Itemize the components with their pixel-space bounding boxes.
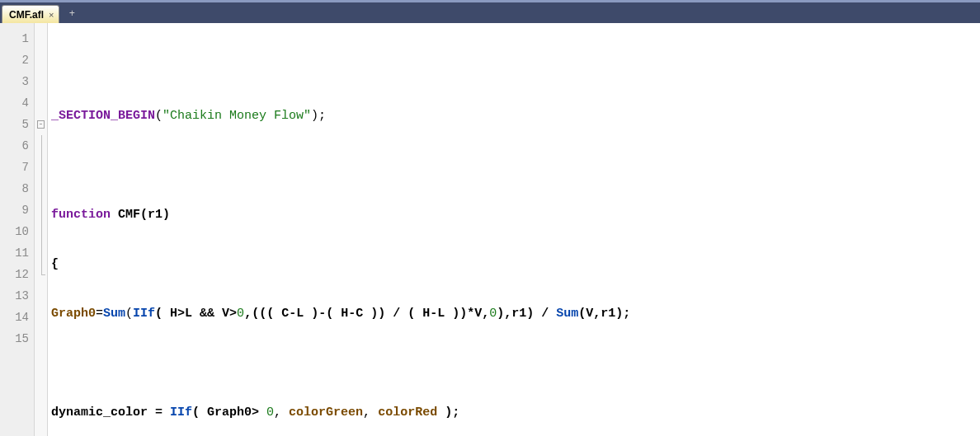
tab-bar: CMF.afl × + (0, 0, 980, 23)
line-number: 8 (0, 178, 34, 199)
line-number: 7 (0, 157, 34, 178)
fold-cell (35, 28, 47, 49)
line-number: 2 (0, 49, 34, 71)
line-number: 10 (0, 221, 34, 242)
fold-cell (35, 49, 47, 71)
fold-cell (35, 307, 47, 328)
code-editor[interactable]: 123456789101112131415 _SECTION_BEGIN("Ch… (0, 23, 980, 436)
fold-cell (35, 178, 47, 199)
line-number: 9 (0, 199, 34, 221)
code-line: function CMF(r1) (51, 204, 980, 226)
code-line (51, 56, 980, 77)
line-number: 15 (0, 328, 34, 349)
fold-column (35, 23, 48, 436)
tab-label: CMF.afl (9, 9, 44, 21)
line-number: 6 (0, 135, 34, 157)
fold-cell (35, 328, 47, 349)
fold-cell (35, 92, 47, 114)
fold-cell (35, 157, 47, 178)
fold-cell (35, 242, 47, 264)
plus-icon: + (69, 8, 75, 20)
code-line: { (51, 254, 980, 275)
line-number: 4 (0, 92, 34, 114)
fold-cell (35, 199, 47, 221)
close-icon[interactable]: × (49, 10, 54, 20)
fold-cell (35, 285, 47, 307)
line-number: 1 (0, 28, 34, 49)
fold-toggle-icon[interactable] (35, 114, 47, 135)
code-line: dynamic_color = IIf( Graph0> 0, colorGre… (51, 402, 980, 424)
code-line: _SECTION_BEGIN("Chaikin Money Flow"); (51, 105, 980, 127)
line-number: 11 (0, 242, 34, 264)
line-number-gutter: 123456789101112131415 (0, 23, 35, 436)
line-number: 12 (0, 264, 34, 285)
code-line: Graph0=Sum(IIf( H>L && V>0,((( C-L )-( H… (51, 303, 980, 325)
line-number: 5 (0, 114, 34, 135)
fold-cell (35, 135, 47, 157)
line-number: 13 (0, 285, 34, 307)
code-line (51, 155, 980, 176)
code-area[interactable]: _SECTION_BEGIN("Chaikin Money Flow"); fu… (48, 23, 980, 436)
new-tab-button[interactable]: + (64, 7, 79, 21)
fold-cell (35, 71, 47, 92)
line-number: 3 (0, 71, 34, 92)
line-number: 14 (0, 307, 34, 328)
fold-cell (35, 221, 47, 242)
tab-cmf-afl[interactable]: CMF.afl × (2, 5, 59, 23)
fold-cell (35, 264, 47, 285)
code-line (51, 353, 980, 374)
